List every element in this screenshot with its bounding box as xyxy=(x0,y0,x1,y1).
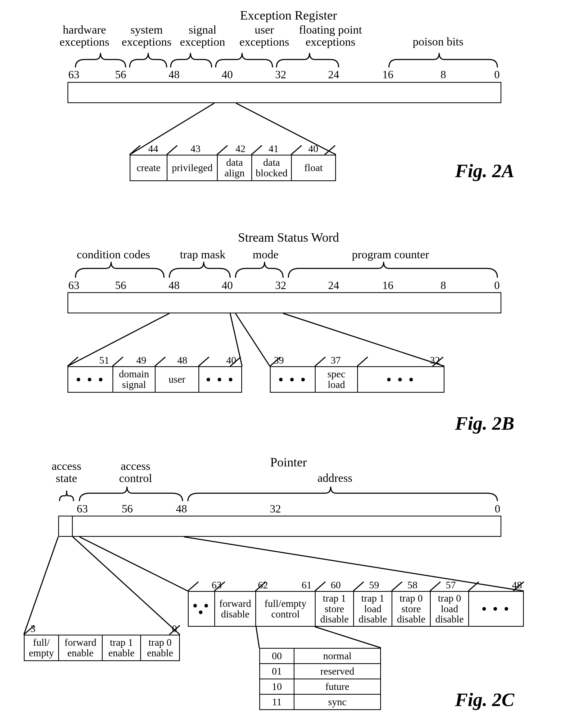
fig2b-left-detail-bar: • • • domain signal user • • • xyxy=(68,366,242,393)
svg-line-27 xyxy=(188,582,198,591)
fig2a-tick-63: 63 xyxy=(68,68,79,81)
label-sys-exceptions: system exceptions xyxy=(122,24,171,48)
fig2a-tick-48: 48 xyxy=(169,68,180,81)
label-access-control: access control xyxy=(119,460,152,485)
fig2c-tag-num-0: 0 xyxy=(172,623,177,634)
fig2c-acc-num-58: 58 xyxy=(407,579,418,591)
fig2c-caption: Fig. 2C xyxy=(455,689,514,711)
svg-line-4 xyxy=(217,146,227,155)
svg-line-31 xyxy=(353,582,364,591)
fig2b-tick-8: 8 xyxy=(441,279,446,292)
cell-trap0-load-disable: trap 0 load disable xyxy=(431,592,469,626)
cell-privileged: privileged xyxy=(168,155,218,180)
fig2c-register-bar xyxy=(72,516,501,537)
svg-line-32 xyxy=(392,582,402,591)
cell-create: create xyxy=(130,155,168,180)
table-cell: reserved xyxy=(295,664,380,679)
fig2b-left-num-49: 49 xyxy=(136,354,146,366)
fig2c-fe-control-table: 00 normal 01 reserved 10 future 11 sync xyxy=(259,648,381,710)
fig2c-acc-num-59: 59 xyxy=(369,579,379,591)
table-cell: 10 xyxy=(260,679,295,694)
fig2c-acc-num-61: 61 xyxy=(302,579,312,591)
svg-line-12 xyxy=(155,357,165,366)
fig2b-register-bar xyxy=(68,292,501,313)
label-access-state: access state xyxy=(52,460,81,485)
fig2c-tick-63: 63 xyxy=(77,502,88,515)
svg-line-37 xyxy=(315,627,381,648)
svg-line-5 xyxy=(251,146,262,155)
svg-line-15 xyxy=(235,313,270,366)
fig2c-tick-48: 48 xyxy=(176,502,187,515)
fig2a-register-bar xyxy=(68,82,501,103)
cell-full-empty: full/ empty xyxy=(25,635,59,660)
cell-spec-load: spec load xyxy=(316,367,358,392)
cell-dots: • • • xyxy=(469,592,523,626)
fig2b-right-num-39: 39 xyxy=(274,354,284,366)
fig2b-caption: Fig. 2B xyxy=(455,413,514,435)
label-mode: mode xyxy=(253,249,279,261)
svg-line-22 xyxy=(73,537,180,635)
cell-trap1-store-disable: trap 1 store disable xyxy=(316,592,354,626)
label-address: address xyxy=(318,472,352,484)
svg-line-0 xyxy=(130,103,214,155)
fig2c-tag-num-3: 3 xyxy=(30,623,35,634)
fig2c-acc-num-63: 63 xyxy=(212,579,222,591)
fig2a-detail-num-41: 41 xyxy=(269,143,279,154)
cell-data-blocked: data blocked xyxy=(252,155,292,180)
cell-float: float xyxy=(292,155,335,180)
table-cell: normal xyxy=(295,649,380,663)
svg-line-34 xyxy=(468,582,479,591)
fig2b-tick-48: 48 xyxy=(169,279,180,292)
fig2b-tick-63: 63 xyxy=(68,279,79,292)
fig2a-tick-40: 40 xyxy=(222,68,233,81)
fig2a-tick-16: 16 xyxy=(382,68,394,81)
fig2c-acc-num-48: 48 xyxy=(512,579,522,591)
fig2b-right-num-37: 37 xyxy=(331,354,341,366)
fig2c-title: Pointer xyxy=(0,455,577,469)
svg-line-16 xyxy=(283,313,445,366)
fig2c-access-control-detail-bar: • • • forward disable full/empty control… xyxy=(188,591,524,627)
svg-line-18 xyxy=(315,357,325,366)
table-cell: future xyxy=(295,679,380,694)
cell-dots: • • • xyxy=(68,367,113,392)
svg-line-8 xyxy=(68,313,169,366)
cell-trap1-enable: trap 1 enable xyxy=(103,635,141,660)
table-cell: 11 xyxy=(260,695,295,709)
fig2c-tick-56: 56 xyxy=(122,502,133,515)
fig2a-caption: Fig. 2A xyxy=(455,160,514,182)
label-fp-exceptions: floating point exceptions xyxy=(299,24,362,48)
label-program-counter: program counter xyxy=(352,249,429,261)
cell-trap0-store-disable: trap 0 store disable xyxy=(392,592,431,626)
fig2c-acc-num-57: 57 xyxy=(446,579,456,591)
cell-full-empty-control: full/empty control xyxy=(256,592,316,626)
cell-trap1-load-disable: trap 1 load disable xyxy=(354,592,392,626)
table-cell: sync xyxy=(295,695,380,709)
fig2b-tick-56: 56 xyxy=(115,279,126,292)
svg-line-7 xyxy=(325,146,335,155)
fig2a-title: Exception Register xyxy=(0,8,577,23)
cell-dots: • • • xyxy=(189,592,215,626)
svg-line-10 xyxy=(68,357,78,366)
fig2c-tag-cell xyxy=(58,516,73,537)
fig2a-detail-bar: create privileged data align data blocke… xyxy=(130,155,336,181)
svg-line-2 xyxy=(130,146,140,155)
cell-trap0-enable: trap 0 enable xyxy=(141,635,179,660)
label-condition-codes: condition codes xyxy=(77,249,150,261)
label-trap-mask: trap mask xyxy=(180,249,225,261)
fig2b-right-num-32: 32 xyxy=(430,354,440,366)
svg-line-6 xyxy=(291,146,302,155)
fig2b-left-num-40: 40 xyxy=(226,354,236,366)
fig2a-detail-num-44: 44 xyxy=(148,143,158,154)
svg-line-33 xyxy=(430,582,441,591)
cell-user: user xyxy=(155,367,199,392)
cell-forward-enable: forward enable xyxy=(59,635,103,660)
svg-line-3 xyxy=(167,146,177,155)
svg-line-21 xyxy=(24,537,58,635)
fig2b-left-num-51: 51 xyxy=(99,354,109,366)
label-poison-bits: poison bits xyxy=(413,36,463,48)
cell-forward-disable: forward disable xyxy=(215,592,256,626)
fig2c-tick-0: 0 xyxy=(495,502,500,515)
svg-line-13 xyxy=(198,357,209,366)
fig2b-tick-24: 24 xyxy=(328,279,339,292)
label-hw-exceptions: hardware exceptions xyxy=(59,24,109,48)
